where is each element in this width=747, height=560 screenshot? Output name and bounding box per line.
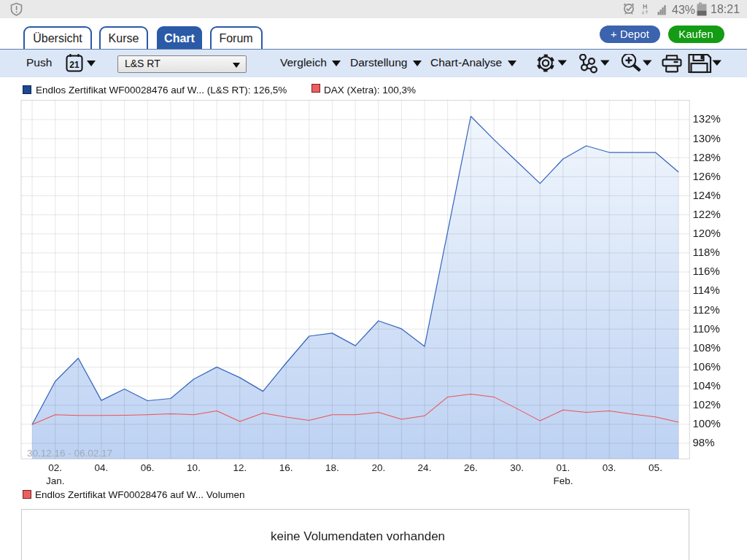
svg-text:18.: 18. bbox=[325, 462, 339, 473]
svg-text:112%: 112% bbox=[693, 303, 720, 316]
svg-text:30.12.16 - 06.02.17: 30.12.16 - 06.02.17 bbox=[27, 448, 112, 459]
svg-text:21: 21 bbox=[69, 60, 80, 70]
svg-text:Jan.: Jan. bbox=[46, 475, 65, 486]
svg-text:100%: 100% bbox=[693, 417, 721, 429]
svg-text:Feb.: Feb. bbox=[553, 475, 573, 486]
svg-text:110%: 110% bbox=[693, 322, 720, 335]
svg-text:106%: 106% bbox=[693, 360, 721, 373]
svg-text:122%: 122% bbox=[693, 208, 721, 220]
svg-text:20.: 20. bbox=[371, 462, 385, 473]
svg-text:10.: 10. bbox=[187, 462, 201, 473]
svg-text:24.: 24. bbox=[418, 462, 432, 473]
svg-text:126%: 126% bbox=[693, 170, 721, 182]
svg-text:116%: 116% bbox=[693, 265, 720, 277]
svg-text:30.: 30. bbox=[510, 462, 524, 473]
svg-text:05.: 05. bbox=[649, 462, 662, 473]
svg-text:132%: 132% bbox=[693, 112, 721, 125]
svg-text:118%: 118% bbox=[693, 246, 720, 258]
svg-text:114%: 114% bbox=[693, 284, 720, 296]
svg-text:04.: 04. bbox=[95, 462, 109, 473]
svg-text:104%: 104% bbox=[693, 379, 721, 392]
svg-text:108%: 108% bbox=[693, 341, 721, 354]
svg-text:02.: 02. bbox=[48, 462, 62, 473]
svg-text:26.: 26. bbox=[464, 462, 478, 473]
svg-text:01.: 01. bbox=[557, 462, 570, 473]
svg-text:128%: 128% bbox=[693, 151, 721, 163]
svg-text:120%: 120% bbox=[693, 227, 721, 239]
svg-text:12.: 12. bbox=[233, 462, 247, 473]
svg-text:124%: 124% bbox=[693, 189, 721, 201]
svg-text:98%: 98% bbox=[693, 436, 715, 448]
svg-text:16.: 16. bbox=[279, 462, 293, 473]
svg-text:130%: 130% bbox=[693, 132, 721, 144]
svg-text:06.: 06. bbox=[141, 462, 155, 473]
svg-text:03.: 03. bbox=[603, 462, 616, 473]
svg-text:102%: 102% bbox=[693, 398, 721, 411]
